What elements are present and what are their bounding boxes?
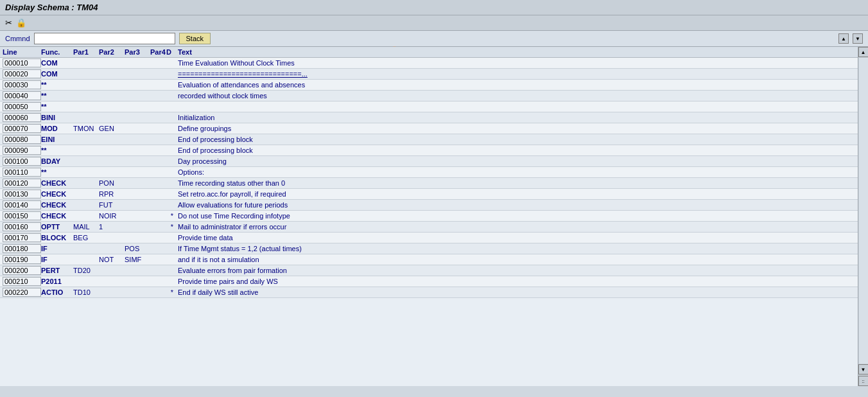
table-row[interactable]: 000170BLOCKBEGProvide time data bbox=[0, 233, 868, 243]
header-par2: Par2 bbox=[99, 48, 125, 56]
right-scrollbar[interactable]: ▲ ▼ :: bbox=[858, 47, 868, 386]
table-row[interactable]: 000110**Options: bbox=[0, 167, 868, 178]
scroll-down[interactable]: ▼ bbox=[858, 364, 869, 375]
command-input[interactable] bbox=[34, 33, 175, 44]
table-row[interactable]: 000040**recorded without clock times bbox=[0, 91, 868, 101]
table-row[interactable]: 000020COM==============================.… bbox=[0, 69, 868, 80]
scroll-track bbox=[859, 58, 868, 364]
table-row[interactable]: 000050** bbox=[0, 101, 868, 112]
table-row[interactable]: 000140CHECKFUTAllow evaluations for futu… bbox=[0, 200, 868, 211]
table-row[interactable]: 000080EINIEnd of processing block bbox=[0, 134, 868, 145]
table-row[interactable]: 000190IFNOTSIMFand if it is not a simula… bbox=[0, 254, 868, 265]
table-headers: Line Func. Par1 Par2 Par3 Par4 D Text bbox=[0, 47, 868, 58]
table-row[interactable]: 000130CHECKRPRSet retro.acc.for payroll,… bbox=[0, 189, 868, 200]
command-bar: Cmmnd Stack ▲ ▼ bbox=[0, 31, 868, 47]
header-line: Line bbox=[3, 48, 41, 56]
table-row[interactable]: 000010COMTime Evaluation Without Clock T… bbox=[0, 58, 868, 69]
scissors-icon[interactable]: ✂ bbox=[5, 18, 12, 28]
header-par3: Par3 bbox=[125, 48, 150, 56]
table-row[interactable]: 000220ACTIOTD10*End if daily WS still ac… bbox=[0, 287, 868, 298]
scroll-up[interactable]: ▲ bbox=[858, 47, 869, 57]
header-text: Text bbox=[178, 48, 865, 56]
lock-icon[interactable]: 🔒 bbox=[16, 18, 26, 28]
table-row[interactable]: 000060BINIInitialization bbox=[0, 112, 868, 123]
scrollbar-down-arrow[interactable]: ▼ bbox=[853, 33, 863, 44]
table-row[interactable]: 000070MODTMONGENDefine groupings bbox=[0, 123, 868, 134]
table-row[interactable]: 000200PERTTD20Evaluate errors from pair … bbox=[0, 265, 868, 276]
toolbar: ✂ 🔒 © www.tutorialkart.com bbox=[0, 15, 868, 31]
command-label: Cmmnd bbox=[5, 35, 30, 42]
header-par1: Par1 bbox=[73, 48, 99, 56]
header-d: D bbox=[166, 48, 178, 56]
header-par4: Par4 bbox=[150, 48, 166, 56]
table-row[interactable]: 000030**Evaluation of attendances and ab… bbox=[0, 80, 868, 91]
stack-button[interactable]: Stack bbox=[179, 33, 211, 44]
scrollbar-up-arrow[interactable]: ▲ bbox=[838, 33, 849, 44]
table-row[interactable]: 000100BDAYDay processing bbox=[0, 156, 868, 167]
title-bar: Display Schema : TM04 bbox=[0, 0, 868, 15]
table-row[interactable]: 000210P2011Provide time pairs and daily … bbox=[0, 276, 868, 287]
table-row[interactable]: 000160OPTTMAIL1*Mail to administrator if… bbox=[0, 222, 868, 233]
header-func: Func. bbox=[41, 48, 73, 56]
table-row[interactable]: 000180IFPOSIf Time Mgmt status = 1,2 (ac… bbox=[0, 243, 868, 254]
table-row[interactable]: 000090**End of processing block bbox=[0, 145, 868, 156]
scroll-resize[interactable]: :: bbox=[858, 376, 869, 386]
main-content: Line Func. Par1 Par2 Par3 Par4 D Text 00… bbox=[0, 47, 868, 386]
table-row[interactable]: 000150CHECKNOIR*Do not use Time Recordin… bbox=[0, 211, 868, 222]
table-body: 000010COMTime Evaluation Without Clock T… bbox=[0, 58, 868, 298]
table-row[interactable]: 000120CHECKPONTime recording status othe… bbox=[0, 178, 868, 189]
title-text: Display Schema : TM04 bbox=[5, 3, 98, 12]
